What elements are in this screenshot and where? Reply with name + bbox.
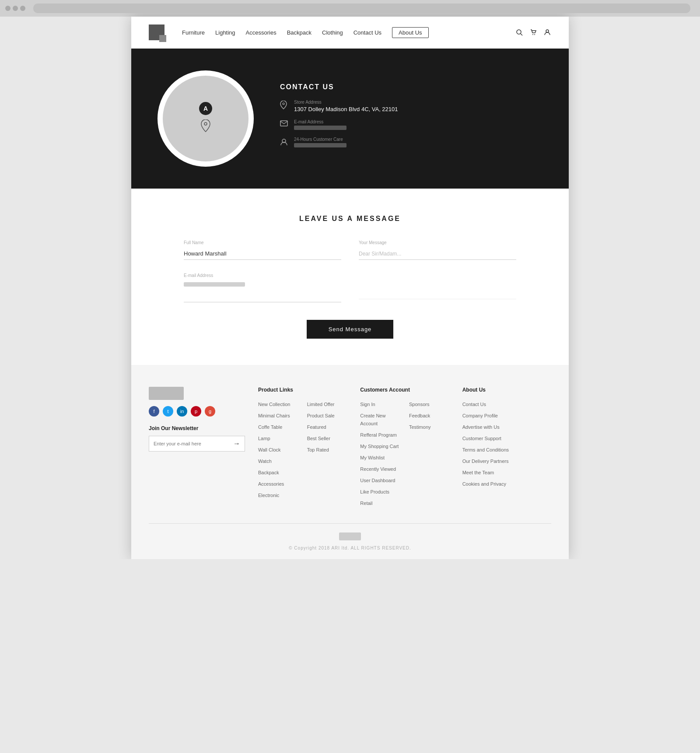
- product-link-electronic[interactable]: Electronic: [258, 493, 279, 498]
- email-group: E-mail Address: [184, 273, 341, 302]
- customer-link-recently-viewed[interactable]: Recently Viewed: [360, 466, 396, 472]
- list-item: New Collection: [258, 400, 298, 408]
- list-item: Lamp: [258, 434, 298, 442]
- email-value-blurred: [294, 126, 346, 130]
- product-link-featured[interactable]: Featured: [307, 424, 326, 430]
- product-link-coffe-table[interactable]: Coffe Table: [258, 424, 282, 430]
- product-link-new-collection[interactable]: New Collection: [258, 402, 290, 407]
- customer-link-like-products[interactable]: Like Products: [360, 489, 389, 494]
- cart-icon[interactable]: [529, 28, 537, 36]
- your-message-input[interactable]: [359, 248, 516, 260]
- product-links-title: Product Links: [258, 387, 347, 393]
- contact-phone-detail: 24-Hours Customer Care: [280, 137, 398, 147]
- list-item: Customer Support: [462, 434, 551, 442]
- list-item: Terms and Conditions: [462, 445, 551, 453]
- facebook-icon[interactable]: f: [149, 406, 159, 417]
- pinterest-icon[interactable]: p: [191, 406, 201, 417]
- footer: f t in p g Join Our Newsletter → Product…: [131, 365, 569, 559]
- customer-link-user-dashboard[interactable]: User Dashboard: [360, 478, 395, 483]
- email-label: E-mail Address: [184, 273, 341, 278]
- nav-clothing[interactable]: Clothing: [322, 29, 343, 36]
- about-link-advertise[interactable]: Advertise with Us: [462, 424, 500, 430]
- twitter-icon[interactable]: t: [163, 406, 173, 417]
- about-link-terms[interactable]: Terms and Conditions: [462, 447, 509, 452]
- nav-furniture[interactable]: Furniture: [182, 29, 205, 36]
- newsletter-form: →: [149, 436, 245, 452]
- search-icon[interactable]: [515, 28, 523, 36]
- contact-phone-text: 24-Hours Customer Care: [294, 137, 346, 147]
- product-link-watch[interactable]: Watch: [258, 459, 272, 464]
- customer-link-create-account[interactable]: Create New Account: [360, 413, 385, 426]
- customer-link-retail[interactable]: Retail: [360, 501, 372, 506]
- svg-line-1: [521, 34, 522, 35]
- customer-link-testimony[interactable]: Testimony: [409, 424, 431, 430]
- product-link-lamp[interactable]: Lamp: [258, 436, 270, 441]
- about-link-company-profile[interactable]: Company Profile: [462, 413, 498, 418]
- list-item: Limited Offer: [307, 400, 347, 408]
- footer-need-help: f t in p g Join Our Newsletter →: [149, 387, 245, 510]
- site-wrapper: Furniture Lighting Accessories Backpack …: [131, 17, 569, 559]
- product-link-accessories[interactable]: Accessories: [258, 481, 284, 487]
- product-link-best-seller[interactable]: Best Seller: [307, 436, 330, 441]
- list-item: Feedback: [409, 411, 449, 419]
- footer-product-links: Product Links New Collection Minimal Cha…: [258, 387, 347, 510]
- googleplus-icon[interactable]: g: [205, 406, 215, 417]
- product-link-minimal-chairs[interactable]: Minimal Chairs: [258, 413, 290, 418]
- newsletter-submit-button[interactable]: →: [229, 436, 245, 451]
- browser-dots: [5, 6, 25, 11]
- list-item: Meet the Team: [462, 468, 551, 476]
- svg-point-6: [283, 103, 284, 105]
- full-name-group: Full Name: [184, 240, 341, 260]
- newsletter-email-input[interactable]: [149, 436, 229, 451]
- customer-link-wishlist[interactable]: My Wishlist: [360, 455, 385, 460]
- brand-logo[interactable]: [149, 25, 164, 40]
- email-input-blurred: [184, 282, 245, 287]
- browser-dot-2: [13, 6, 18, 11]
- customers-account-title: Customers Account: [360, 387, 449, 393]
- user-icon[interactable]: [543, 28, 551, 36]
- list-item: Testimony: [409, 423, 449, 431]
- browser-address-bar[interactable]: [33, 4, 690, 13]
- message-section: LEAVE US A MESSAGE Full Name Your Messag…: [131, 189, 569, 365]
- about-link-delivery[interactable]: Our Delivery Partners: [462, 459, 509, 464]
- about-link-contact[interactable]: Contact Us: [462, 402, 486, 407]
- linkedin-icon[interactable]: in: [177, 406, 187, 417]
- customer-link-shopping-cart[interactable]: My Shopping Cart: [360, 444, 399, 449]
- customer-link-feedback[interactable]: Feedback: [409, 413, 430, 418]
- nav-backpack[interactable]: Backpack: [287, 29, 312, 36]
- svg-point-0: [517, 30, 521, 34]
- customer-link-referral[interactable]: Refferal Program: [360, 432, 397, 438]
- full-name-input[interactable]: [184, 248, 341, 260]
- list-item: Best Seller: [307, 434, 347, 442]
- customer-link-sponsors[interactable]: Sponsors: [409, 402, 429, 407]
- nav-contact[interactable]: Contact Us: [354, 29, 382, 36]
- nav-accessories[interactable]: Accessories: [246, 29, 276, 36]
- footer-top: f t in p g Join Our Newsletter → Product…: [149, 387, 551, 510]
- product-link-product-sale[interactable]: Product Sale: [307, 413, 335, 418]
- nav-lighting[interactable]: Lighting: [215, 29, 235, 36]
- product-link-top-rated[interactable]: Top Rated: [307, 447, 329, 452]
- send-message-button[interactable]: Send Message: [307, 320, 394, 339]
- about-link-team[interactable]: Meet the Team: [462, 470, 494, 475]
- browser-chrome: [0, 0, 700, 17]
- product-link-wall-clock[interactable]: Wall Clock: [258, 447, 281, 452]
- list-item: Top Rated: [307, 445, 347, 453]
- map-pin-a: A: [199, 102, 212, 115]
- product-link-limited-offer[interactable]: Limited Offer: [307, 402, 335, 407]
- customer-link-sign-in[interactable]: Sign In: [360, 402, 375, 407]
- list-item: Accessories: [258, 480, 298, 487]
- customer-care-icon: [280, 138, 289, 147]
- list-item: My Shopping Cart: [360, 442, 400, 450]
- nav-icons: [515, 28, 551, 36]
- list-item: Create New Account: [360, 411, 400, 427]
- product-link-backpack[interactable]: Backpack: [258, 470, 279, 475]
- customers-col2: Sponsors Feedback Testimony: [409, 400, 449, 510]
- about-link-customer-support[interactable]: Customer Support: [462, 436, 501, 441]
- newsletter-title: Join Our Newsletter: [149, 425, 245, 431]
- about-link-cookies[interactable]: Cookies and Privacy: [462, 481, 506, 487]
- contact-hero-section: A CONTACT US Store Address: [131, 49, 569, 189]
- list-item: Recently Viewed: [360, 465, 400, 473]
- email-input[interactable]: [184, 290, 341, 302]
- nav-about[interactable]: About Us: [392, 27, 428, 38]
- customers-col1: Sign In Create New Account Refferal Prog…: [360, 400, 400, 510]
